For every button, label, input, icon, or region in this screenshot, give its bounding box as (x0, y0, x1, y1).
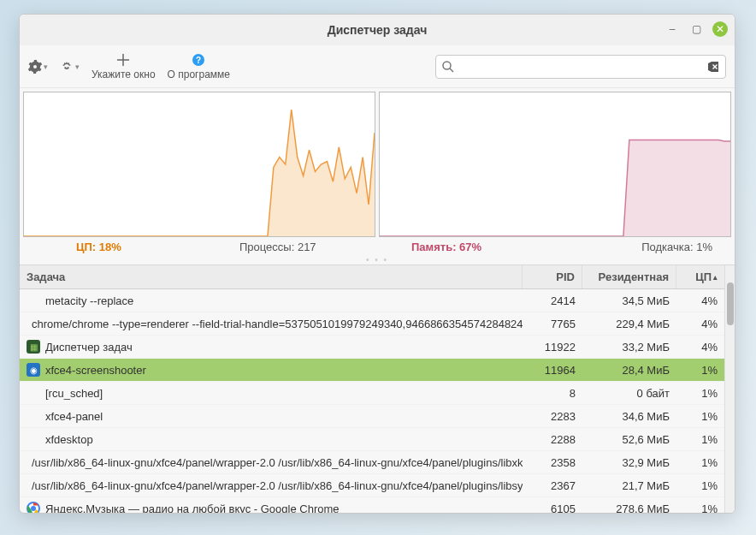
cell-res: 52,6 МиБ (582, 433, 676, 446)
task-name: xfce4-screenshooter (45, 364, 146, 377)
cell-res: 21,7 МиБ (582, 479, 676, 492)
column-task[interactable]: Задача (20, 265, 523, 288)
cell-res: 34,5 МиБ (582, 294, 676, 307)
gear-icon (28, 60, 42, 74)
about-label: О программе (168, 68, 230, 80)
cell-pid: 6105 (523, 502, 582, 514)
table-row[interactable]: ▦Диспетчер задач1192233,2 МиБ4% (20, 336, 724, 359)
cell-pid: 2414 (523, 294, 582, 307)
cell-pid: 11964 (523, 364, 582, 377)
help-icon: ? (192, 53, 205, 67)
cell-res: 229,4 МиБ (582, 318, 676, 330)
cell-cpu: 4% (676, 318, 724, 330)
vertical-scrollbar[interactable] (724, 265, 735, 513)
svg-line-3 (450, 68, 453, 72)
cell-cpu: 1% (676, 502, 724, 514)
column-resident[interactable]: Резидентная (582, 265, 676, 288)
crosshair-icon (116, 53, 130, 67)
svg-point-6 (31, 506, 36, 511)
cell-pid: 7765 (523, 318, 582, 330)
blank-icon (27, 294, 40, 307)
gear-small-icon (60, 60, 74, 74)
task-name: chrome/chrome --type=renderer --field-tr… (32, 318, 523, 330)
table-row[interactable]: metacity --replace241434,5 МиБ4% (20, 289, 724, 312)
cell-cpu: 1% (676, 410, 724, 423)
svg-text:?: ? (196, 56, 201, 65)
cell-cpu: 4% (676, 294, 724, 307)
cell-res: 32,9 МиБ (582, 456, 676, 469)
task-name: /usr/lib/x86_64-linux-gnu/xfce4/panel/wr… (32, 479, 523, 492)
minimize-button[interactable]: – (664, 21, 680, 37)
about-button[interactable]: ? О программе (168, 53, 230, 80)
table-row[interactable]: chrome/chrome --type=renderer --field-tr… (20, 312, 724, 336)
task-name: xfce4-panel (45, 410, 103, 423)
titlebar[interactable]: Диспетчер задач – ▢ ✕ (20, 15, 735, 45)
cell-res: 34,6 МиБ (582, 410, 676, 423)
maximize-button[interactable]: ▢ (688, 21, 704, 37)
table-row[interactable]: xfce4-panel228334,6 МиБ1% (20, 405, 724, 428)
chrome-icon (27, 502, 40, 513)
scrollbar-thumb[interactable] (727, 282, 734, 325)
table-body: metacity --replace241434,5 МиБ4%chrome/c… (20, 289, 724, 513)
task-manager-window: Диспетчер задач – ▢ ✕ ▾ ▾ (19, 14, 735, 514)
memory-usage-label: Память: 67% (377, 241, 562, 253)
task-name: Диспетчер задач (45, 341, 133, 354)
blank-icon (27, 386, 40, 400)
cell-task: xfdesktop (20, 432, 523, 446)
table-row[interactable]: /usr/lib/x86_64-linux-gnu/xfce4/panel/wr… (20, 451, 724, 474)
cell-task: [rcu_sched] (20, 386, 523, 400)
cell-task: metacity --replace (20, 294, 523, 307)
settings-menu-button[interactable]: ▾ (28, 60, 48, 74)
search-input[interactable] (455, 60, 706, 73)
task-name: metacity --replace (45, 294, 133, 307)
graphs-area (20, 88, 735, 237)
cell-pid: 2283 (523, 410, 582, 423)
cell-cpu: 1% (676, 479, 724, 492)
task-name: Яндекс.Музыка — радио на любой вкус - Go… (45, 502, 340, 514)
cell-task: xfce4-panel (20, 409, 523, 423)
cell-res: 33,2 МиБ (582, 341, 676, 354)
identify-window-button[interactable]: Укажите окно (92, 53, 156, 80)
chevron-down-icon: ▾ (44, 62, 48, 71)
task-name: xfdesktop (45, 433, 93, 446)
cell-cpu: 1% (676, 364, 724, 377)
search-box[interactable] (435, 55, 726, 79)
swap-usage-label: Подкачка: 1% (562, 241, 729, 253)
chevron-down-icon: ▾ (75, 62, 80, 71)
blank-icon (27, 409, 40, 423)
table-row[interactable]: xfdesktop228852,6 МиБ1% (20, 428, 724, 451)
cell-pid: 2358 (523, 456, 582, 469)
cell-cpu: 1% (676, 433, 724, 446)
cell-pid: 8 (523, 387, 582, 400)
pane-resize-handle[interactable]: • • • (20, 255, 735, 265)
column-cpu[interactable]: ЦП ▴ (676, 265, 724, 288)
identify-window-label: Укажите окно (92, 68, 156, 80)
cell-task: ◉xfce4-screenshooter (20, 363, 523, 377)
cell-res: 0 байт (582, 387, 676, 400)
table-row[interactable]: [rcu_sched]80 байт1% (20, 382, 724, 405)
cell-task: chrome/chrome --type=renderer --field-tr… (20, 317, 523, 330)
cpu-graph (23, 92, 375, 237)
cell-pid: 11922 (523, 341, 582, 354)
cell-cpu: 1% (676, 387, 724, 400)
toolbar: ▾ ▾ Укажите окно ? О программе (20, 45, 735, 88)
column-pid[interactable]: PID (523, 265, 582, 288)
window-controls: – ▢ ✕ (664, 21, 728, 37)
clear-search-icon[interactable] (706, 60, 720, 74)
table-row[interactable]: /usr/lib/x86_64-linux-gnu/xfce4/panel/wr… (20, 474, 724, 497)
column-cpu-label: ЦП (695, 270, 712, 283)
table-row[interactable]: ◉xfce4-screenshooter1196428,4 МиБ1% (20, 359, 724, 382)
table-row[interactable]: Яндекс.Музыка — радио на любой вкус - Go… (20, 497, 724, 513)
screenshot-icon: ◉ (27, 363, 40, 377)
close-button[interactable]: ✕ (712, 21, 728, 37)
refresh-menu-button[interactable]: ▾ (60, 60, 80, 74)
cell-pid: 2288 (523, 433, 582, 446)
task-name: [rcu_sched] (45, 387, 103, 400)
process-table[interactable]: Задача PID Резидентная ЦП ▴ metacity --r… (20, 265, 724, 513)
cell-task: Яндекс.Музыка — радио на любой вкус - Go… (20, 502, 523, 513)
cell-task: ▦Диспетчер задач (20, 340, 523, 354)
cell-cpu: 1% (676, 456, 724, 469)
table-header: Задача PID Резидентная ЦП ▴ (20, 265, 724, 289)
process-count-label: Процессы: 217 (214, 241, 377, 253)
cell-res: 278,6 МиБ (582, 502, 676, 514)
